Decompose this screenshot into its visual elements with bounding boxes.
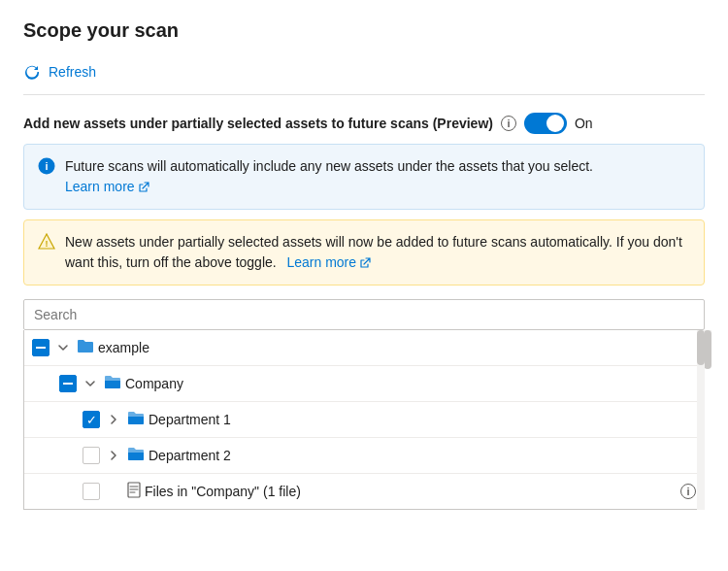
toggle-state-label: On — [575, 116, 593, 131]
scrollbar-track — [704, 330, 711, 365]
info-learn-more-link[interactable]: Learn more — [65, 177, 149, 197]
folder-icon-example — [77, 338, 94, 357]
warning-banner: ! New assets under partially selected as… — [23, 219, 705, 286]
tree-row: Company — [24, 366, 704, 402]
tree-row: Department 2 — [24, 438, 704, 474]
page-title: Scope your scan — [23, 19, 705, 42]
tree-row: example — [24, 330, 704, 366]
warning-icon: ! — [38, 233, 55, 255]
warning-banner-text: New assets under partially selected asse… — [65, 232, 690, 273]
chevron-company[interactable] — [81, 374, 100, 393]
refresh-label: Refresh — [49, 64, 96, 80]
tree-list: example Company — [23, 330, 705, 510]
toggle-switch[interactable] — [524, 113, 567, 134]
chevron-dept1[interactable] — [104, 410, 123, 429]
checkbox-example[interactable] — [32, 339, 50, 356]
checkbox-company[interactable] — [59, 375, 77, 392]
folder-icon-dept1 — [127, 410, 145, 429]
checkbox-files[interactable] — [83, 483, 100, 500]
warning-external-link-icon — [359, 257, 371, 269]
svg-text:!: ! — [46, 239, 49, 249]
toggle-row-label: Add new assets under partially selected … — [23, 116, 493, 131]
scrollbar-thumb[interactable] — [704, 330, 711, 369]
search-input[interactable] — [23, 299, 705, 330]
divider-1 — [23, 94, 705, 95]
checkbox-dept1[interactable] — [83, 411, 100, 428]
tree-label-example: example — [98, 340, 696, 355]
info-banner: i Future scans will automatically includ… — [23, 144, 705, 210]
toggle-row: Add new assets under partially selected … — [23, 103, 705, 144]
tree-label-dept2: Department 2 — [149, 448, 696, 463]
toggle-info-icon[interactable]: i — [501, 116, 516, 131]
tree-container: example Company — [23, 330, 705, 510]
tree-row: Files in "Company" (1 file) i — [24, 474, 704, 509]
tree-label-company: Company — [125, 376, 696, 391]
tree-label-dept1: Department 1 — [149, 412, 696, 427]
tree-scrollbar-thumb[interactable] — [697, 330, 705, 365]
info-banner-text: Future scans will automatically include … — [65, 156, 593, 197]
folder-icon-dept2 — [127, 446, 145, 465]
refresh-icon — [23, 63, 41, 81]
tree-label-files: Files in "Company" (1 file) — [145, 484, 673, 499]
file-icon-files — [127, 482, 141, 501]
tree-row: Department 1 — [24, 402, 704, 438]
files-info-icon[interactable]: i — [680, 484, 696, 499]
info-banner-icon: i — [38, 157, 55, 180]
chevron-example[interactable] — [53, 338, 73, 357]
refresh-button[interactable]: Refresh — [23, 57, 705, 86]
tree-scrollbar-track — [697, 330, 705, 510]
chevron-dept2[interactable] — [104, 446, 123, 465]
svg-text:i: i — [45, 160, 48, 172]
folder-icon-company — [104, 374, 121, 393]
chevron-files-placeholder — [104, 482, 123, 501]
warning-learn-more-link[interactable]: Learn more — [281, 252, 371, 273]
checkbox-dept2[interactable] — [83, 447, 100, 464]
external-link-icon — [138, 182, 149, 193]
